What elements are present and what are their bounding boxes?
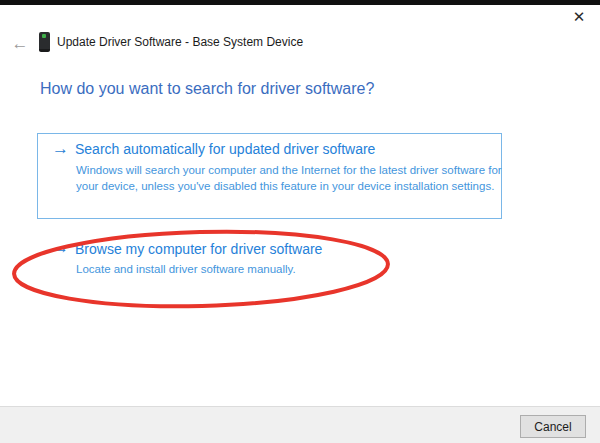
- cancel-button[interactable]: Cancel: [520, 415, 586, 438]
- back-button[interactable]: ←: [9, 33, 31, 55]
- option-title[interactable]: Search automatically for updated driver …: [75, 141, 375, 157]
- option-description: Windows will search your computer and th…: [76, 163, 504, 194]
- option-browse-computer[interactable]: → Browse my computer for driver software…: [37, 232, 502, 292]
- forward-arrow-icon: →: [52, 139, 69, 159]
- window-top-edge: [0, 0, 600, 5]
- option-search-automatically[interactable]: → Search automatically for updated drive…: [37, 133, 502, 219]
- device-led-dot: [42, 34, 46, 38]
- forward-arrow-icon: →: [52, 238, 69, 258]
- option-title[interactable]: Browse my computer for driver software: [75, 241, 322, 257]
- option-description: Locate and install driver software manua…: [76, 262, 376, 278]
- page-heading: How do you want to search for driver sof…: [40, 80, 374, 98]
- window-title: Update Driver Software - Base System Dev…: [57, 35, 303, 49]
- wizard-header: ← Update Driver Software - Base System D…: [0, 32, 600, 58]
- device-icon: [39, 32, 50, 52]
- footer-bar: Cancel: [0, 406, 600, 443]
- close-icon[interactable]: ✕: [568, 7, 590, 27]
